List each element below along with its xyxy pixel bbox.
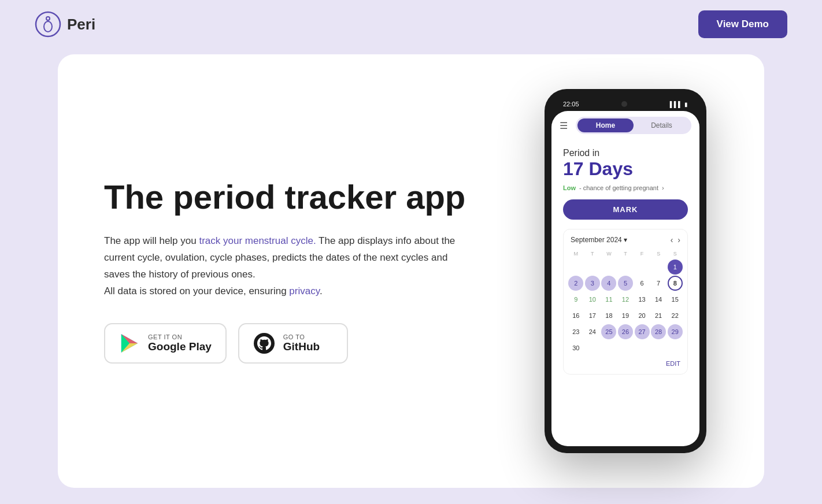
phone-time: 22:05 — [563, 101, 579, 108]
hamburger-icon[interactable]: ☰ — [560, 120, 568, 131]
calendar-next-button[interactable]: › — [677, 235, 680, 244]
calendar-footer: EDIT — [568, 355, 683, 368]
edit-label[interactable]: EDIT — [666, 360, 680, 367]
desc-plain: The app will help you — [104, 235, 199, 246]
cal-cell-3[interactable]: 3 — [585, 276, 600, 291]
phone-mockup: 22:05 ▌▌▌ ▮ ☰ Home Details — [545, 89, 706, 453]
cal-cell-18[interactable]: 18 — [601, 308, 616, 323]
main-card: The period tracker app The app will help… — [58, 54, 764, 488]
calendar-grid: M T W T F S S — [568, 249, 683, 355]
cal-cell-4[interactable]: 4 — [601, 276, 616, 291]
cal-cell-7[interactable]: 7 — [651, 276, 666, 291]
cal-header-sun: S — [667, 249, 683, 258]
cal-cell-6[interactable]: 6 — [635, 276, 650, 291]
desc-highlight: track your menstrual cycle. — [199, 235, 316, 246]
calendar: September 2024 ▾ ‹ › M T W — [563, 229, 688, 375]
cal-cell-27[interactable]: 27 — [635, 324, 650, 339]
cal-header-fri: F — [634, 249, 650, 258]
description: The app will help you track your menstru… — [104, 233, 474, 300]
calendar-nav: ‹ › — [671, 235, 680, 244]
github-icon — [253, 332, 275, 354]
cal-cell-9[interactable]: 9 — [568, 292, 583, 307]
cal-cell-13[interactable]: 13 — [635, 292, 650, 307]
signal-icon: ▌▌▌ — [670, 101, 682, 108]
phone-screen: ☰ Home Details Period in 17 Days Low - c… — [551, 111, 699, 446]
desc-period: . — [320, 286, 323, 297]
phone-container: 22:05 ▌▌▌ ▮ ☰ Home Details — [545, 89, 718, 453]
google-play-pre-label: GET IT ON — [148, 333, 212, 340]
cal-cell-empty-12 — [668, 340, 683, 355]
cal-cell-21[interactable]: 21 — [651, 308, 666, 323]
logo: Peri — [35, 11, 95, 38]
mark-button[interactable]: MARK — [563, 199, 688, 220]
nav-tabs: Home Details — [576, 117, 691, 134]
app-content: ☰ Home Details Period in 17 Days Low - c… — [551, 111, 699, 446]
cal-header-sat: S — [651, 249, 667, 258]
cal-cell-23[interactable]: 23 — [568, 324, 583, 339]
cal-cell-26[interactable]: 26 — [618, 324, 633, 339]
google-play-button[interactable]: GET IT ON Google Play — [104, 323, 227, 364]
cal-cell-5[interactable]: 5 — [618, 276, 633, 291]
cal-cell-2[interactable]: 2 — [568, 276, 583, 291]
cal-cell-20[interactable]: 20 — [635, 308, 650, 323]
cal-cell-1[interactable]: 1 — [668, 260, 683, 275]
cal-cell-empty-5 — [635, 260, 650, 275]
tab-home[interactable]: Home — [577, 118, 634, 132]
cal-cell-empty-6 — [651, 260, 666, 275]
svg-point-0 — [36, 12, 60, 36]
cal-cell-16[interactable]: 16 — [568, 308, 583, 323]
cal-cell-28[interactable]: 28 — [651, 324, 666, 339]
pregnancy-low: Low — [563, 184, 576, 191]
cal-cell-empty-10 — [635, 340, 650, 355]
left-content: The period tracker app The app will help… — [104, 179, 474, 363]
cal-cell-empty-11 — [651, 340, 666, 355]
github-text: GO TO GitHub — [283, 333, 320, 353]
pregnancy-chance: Low - chance of getting pregnant › — [563, 184, 688, 191]
play-store-icon — [119, 333, 140, 354]
cal-cell-empty-3 — [601, 260, 616, 275]
cal-cell-empty-7 — [585, 340, 600, 355]
cal-cell-25[interactable]: 25 — [601, 324, 616, 339]
period-label: Period in — [563, 148, 688, 158]
cal-cell-17[interactable]: 17 — [585, 308, 600, 323]
cal-cell-10[interactable]: 10 — [585, 292, 600, 307]
cal-cell-empty-4 — [618, 260, 633, 275]
svg-point-8 — [254, 333, 275, 354]
cal-header-tue: T — [585, 249, 601, 258]
cal-cell-29[interactable]: 29 — [668, 324, 683, 339]
calendar-prev-button[interactable]: ‹ — [671, 235, 673, 244]
store-buttons: GET IT ON Google Play GO TO GitHub — [104, 323, 474, 364]
hero-title: The period tracker app — [104, 179, 474, 216]
desc-privacy: privacy — [289, 286, 320, 297]
cal-cell-30[interactable]: 30 — [568, 340, 583, 355]
cal-cell-22[interactable]: 22 — [668, 308, 683, 323]
header: Peri View Demo — [0, 0, 822, 49]
logo-text: Peri — [67, 16, 95, 34]
cal-cell-15[interactable]: 15 — [668, 292, 683, 307]
cal-cell-empty-9 — [618, 340, 633, 355]
tab-details[interactable]: Details — [634, 118, 690, 132]
google-play-name-label: Google Play — [148, 340, 212, 353]
cal-cell-19[interactable]: 19 — [618, 308, 633, 323]
svg-point-1 — [44, 21, 52, 32]
github-pre-label: GO TO — [283, 333, 320, 340]
cal-cell-empty-1 — [568, 260, 583, 275]
cal-cell-11[interactable]: 11 — [601, 292, 616, 307]
cal-cell-empty-8 — [601, 340, 616, 355]
battery-icon: ▮ — [684, 101, 688, 108]
cal-cell-12[interactable]: 12 — [618, 292, 633, 307]
view-demo-button[interactable]: View Demo — [698, 10, 787, 38]
github-button[interactable]: GO TO GitHub — [238, 323, 348, 364]
peri-logo-icon — [35, 11, 61, 38]
phone-camera — [621, 101, 627, 107]
google-play-text: GET IT ON Google Play — [148, 333, 212, 353]
status-icons: ▌▌▌ ▮ — [670, 101, 688, 108]
desc-line2: All data is stored on your device, ensur… — [104, 286, 289, 297]
cal-cell-8[interactable]: 8 — [668, 276, 683, 291]
calendar-header: September 2024 ▾ ‹ › — [568, 235, 683, 244]
cal-cell-14[interactable]: 14 — [651, 292, 666, 307]
calendar-month: September 2024 ▾ — [571, 236, 627, 244]
cal-cell-24[interactable]: 24 — [585, 324, 600, 339]
period-days: 17 Days — [563, 158, 688, 180]
cal-cell-empty-2 — [585, 260, 600, 275]
